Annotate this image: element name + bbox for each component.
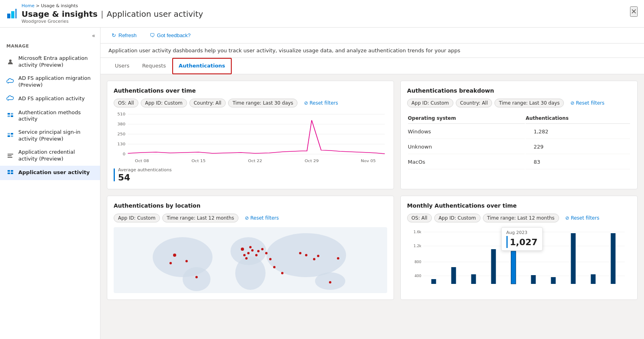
location-reset-btn[interactable]: ⊘ Reset filters [241, 214, 283, 222]
page-header: Home > Usage & insights Usage & insights… [0, 0, 644, 28]
sidebar-item-adfs-activity[interactable]: AD FS application activity [0, 92, 100, 106]
svg-rect-16 [11, 170, 13, 172]
svg-point-40 [173, 254, 176, 257]
svg-point-57 [313, 258, 315, 260]
title-separator: | [101, 9, 104, 19]
monthly-filter-appid[interactable]: App ID: Custom [434, 214, 481, 222]
monthly-auth-filters: OS: All App ID: Custom Time range: Last … [407, 214, 631, 222]
breadcrumb-separator: > [36, 3, 41, 8]
sidebar-item-auth-methods-label: Authentication methods activity [18, 109, 94, 123]
svg-point-45 [247, 252, 250, 254]
svg-rect-76 [531, 275, 536, 284]
cloud-icon-1 [6, 78, 14, 86]
svg-rect-75 [511, 251, 516, 284]
svg-point-60 [337, 257, 339, 260]
svg-rect-8 [8, 133, 10, 135]
row-1: Authentications over time OS: All App ID… [107, 81, 638, 189]
svg-point-42 [169, 262, 172, 264]
auth-breakdown-filters: App ID: Custom Country: All Time range: … [407, 99, 631, 107]
svg-point-43 [195, 276, 198, 278]
os-macos: MacOs [408, 155, 525, 169]
svg-rect-72 [451, 267, 456, 284]
svg-point-37 [235, 256, 266, 290]
svg-rect-15 [8, 170, 10, 172]
svg-rect-9 [11, 133, 13, 135]
svg-point-55 [299, 252, 301, 254]
sidebar-item-auth-methods[interactable]: Authentication methods activity [0, 106, 100, 126]
auth-location-title: Authentications by location [114, 202, 387, 209]
filter-os[interactable]: OS: All [114, 99, 138, 107]
main-content: ↻ Refresh 🗨 Got feedback? Application us… [100, 28, 644, 339]
close-button[interactable]: ✕ [630, 6, 638, 17]
svg-point-61 [273, 266, 276, 268]
breadcrumb-home[interactable]: Home [22, 3, 34, 8]
svg-rect-74 [491, 249, 496, 284]
breakdown-filter-appid[interactable]: App ID: Custom [407, 99, 453, 107]
sidebar-item-service-principal[interactable]: Service principal sign-in activity (Prev… [0, 126, 100, 146]
auth-breakdown-card: Authentications breakdown App ID: Custom… [400, 81, 638, 189]
svg-point-47 [257, 250, 260, 252]
count-windows: 1,282 [526, 125, 630, 139]
svg-text:Oct 29: Oct 29 [305, 159, 319, 163]
auth-location-card: Authentications by location App ID: Cust… [107, 196, 394, 300]
svg-text:Oct 22: Oct 22 [248, 159, 262, 163]
col-os: Operating system [408, 113, 525, 124]
sidebar-item-app-user[interactable]: Application user activity [0, 166, 100, 180]
auth-line-chart: 510 380 250 130 0 Oct 08 Oct 15 Oct [114, 112, 387, 164]
sidebar-item-app-credential-label: Application credential activity (Preview… [18, 149, 94, 163]
table-row: MacOs 83 [408, 155, 630, 169]
map-svg [114, 227, 387, 293]
svg-point-62 [281, 272, 284, 274]
svg-text:Nov 05: Nov 05 [361, 159, 376, 163]
auth-over-time-filters: OS: All App ID: Custom Country: All Time… [114, 99, 387, 107]
svg-rect-7 [11, 115, 13, 117]
table-row: Unknown 229 [408, 140, 630, 154]
sidebar-item-entra-label: Microsoft Entra application activity (Pr… [18, 55, 94, 69]
page-description: Application user activity dashboards hel… [100, 44, 644, 58]
breakdown-filter-timerange[interactable]: Time range: Last 30 days [494, 99, 564, 107]
breadcrumb-current: Usage & insights [41, 3, 78, 8]
tab-authentications[interactable]: Authentications [172, 58, 232, 74]
avg-label: Average authentications [118, 167, 171, 172]
refresh-button[interactable]: ↻ Refresh [108, 31, 140, 40]
auth-breakdown-title: Authentications breakdown [407, 87, 631, 94]
svg-rect-10 [8, 135, 10, 137]
svg-point-41 [185, 260, 188, 262]
sidebar-item-adfs-activity-label: AD FS application activity [18, 95, 85, 102]
avg-value: 54 [118, 172, 171, 182]
feedback-button[interactable]: 🗨 Got feedback? [146, 31, 194, 40]
auth-over-time-card: Authentications over time OS: All App ID… [107, 81, 394, 189]
svg-point-54 [245, 257, 248, 260]
breakdown-filter-country[interactable]: Country: All [456, 99, 492, 107]
monthly-reset-btn[interactable]: ⊘ Reset filters [561, 214, 603, 222]
tab-users[interactable]: Users [108, 58, 136, 74]
sidebar-item-entra[interactable]: Microsoft Entra application activity (Pr… [0, 52, 100, 72]
breakdown-reset-btn[interactable]: ⊘ Reset filters [566, 99, 608, 107]
filter-timerange[interactable]: Time range: Last 30 days [228, 99, 297, 107]
location-filter-appid[interactable]: App ID: Custom [114, 214, 160, 222]
reset-filters-btn[interactable]: ⊘ Reset filters [300, 99, 342, 107]
svg-text:Oct 15: Oct 15 [191, 159, 205, 163]
monthly-filter-timerange[interactable]: Time range: Last 12 months [483, 214, 559, 222]
svg-rect-73 [471, 274, 476, 284]
tab-requests[interactable]: Requests [136, 58, 172, 74]
toolbar: ↻ Refresh 🗨 Got feedback? [100, 28, 644, 44]
feedback-label: Got feedback? [157, 32, 191, 38]
location-filter-timerange[interactable]: Time range: Last 12 months [162, 214, 238, 222]
filter-country[interactable]: Country: All [189, 99, 226, 107]
filter-appid[interactable]: App ID: Custom [141, 99, 187, 107]
svg-text:800: 800 [414, 260, 421, 264]
svg-text:Oct 08: Oct 08 [135, 159, 149, 163]
svg-rect-5 [11, 113, 13, 115]
world-map [114, 227, 387, 293]
monthly-filter-os[interactable]: OS: All [407, 214, 432, 222]
svg-text:380: 380 [117, 122, 125, 126]
sidebar-item-adfs-migration[interactable]: AD FS application migration (Preview) [0, 72, 100, 92]
grid-icon-2 [6, 132, 14, 140]
svg-rect-71 [431, 279, 436, 284]
svg-rect-2 [15, 9, 17, 18]
sidebar-item-app-user-label: Application user activity [18, 169, 90, 176]
svg-rect-79 [591, 274, 595, 284]
sidebar-item-app-credential[interactable]: Application credential activity (Preview… [0, 146, 100, 166]
sidebar-collapse-button[interactable]: « [0, 32, 100, 42]
